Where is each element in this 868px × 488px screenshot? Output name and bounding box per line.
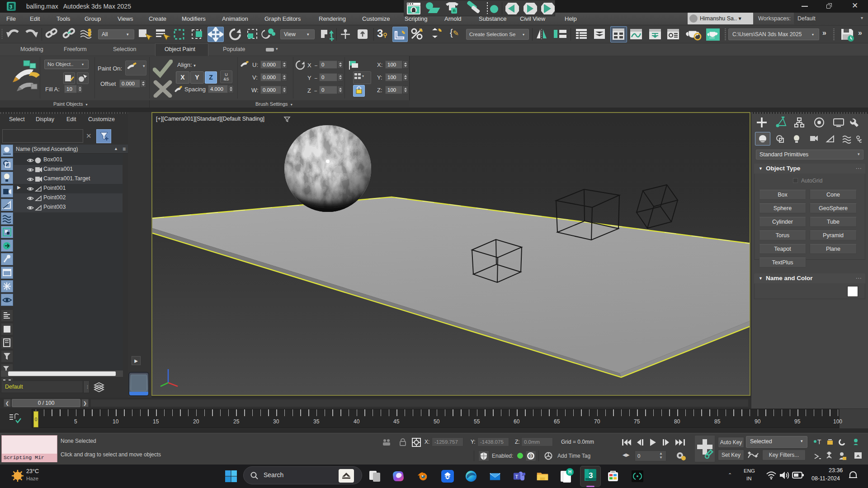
- svg-text:T: T: [515, 474, 519, 479]
- svg-text:T: T: [817, 438, 821, 446]
